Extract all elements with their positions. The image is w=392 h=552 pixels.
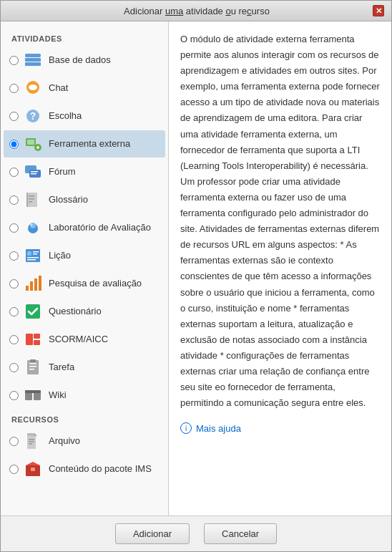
radio-forum[interactable] (9, 168, 19, 177)
add-button[interactable]: Adicionar (115, 523, 190, 544)
svg-rect-35 (34, 334, 40, 339)
svg-rect-53 (31, 468, 35, 471)
svg-rect-9 (27, 140, 34, 145)
database-icon (23, 50, 43, 70)
list-item[interactable]: Wiki (4, 382, 165, 409)
atividades-section-header: ATIVIDADES (1, 29, 168, 46)
svg-rect-29 (26, 286, 29, 291)
list-item[interactable]: Base de dados (4, 47, 165, 74)
svg-rect-39 (29, 366, 36, 367)
file-icon (23, 431, 43, 451)
title-bar: Adicionar uma atividade ou recurso ✕ (1, 1, 391, 21)
conteudo-pacote-label: Conteúdo do pacote IMS (49, 463, 152, 475)
radio-scorm[interactable] (9, 335, 19, 344)
glossario-label: Glossário (49, 194, 88, 206)
wiki-icon (23, 385, 43, 405)
radio-conteudo-pacote[interactable] (9, 465, 19, 474)
pesquisa-avaliacao-label: Pesquisa de avaliação (49, 278, 142, 290)
svg-rect-44 (25, 390, 41, 393)
radio-glossario[interactable] (9, 195, 19, 205)
list-item[interactable]: ? Escolha (4, 102, 165, 130)
list-item[interactable]: Arquivo (4, 427, 165, 455)
radio-tarefa[interactable] (9, 363, 19, 372)
info-icon: i (180, 422, 192, 434)
package-icon (23, 459, 43, 479)
svg-point-4 (29, 84, 37, 90)
svg-rect-36 (34, 340, 40, 345)
list-item[interactable]: Chat (4, 74, 165, 102)
svg-rect-47 (27, 433, 34, 436)
svg-rect-1 (25, 58, 41, 62)
radio-ferramenta-externa[interactable] (9, 140, 19, 149)
list-item[interactable]: Questionário (4, 298, 165, 325)
radio-arquivo[interactable] (9, 437, 19, 446)
right-panel: O módulo de atividade externa ferramenta… (169, 21, 391, 515)
list-item[interactable]: SCORM/AICC (4, 326, 165, 353)
svg-rect-13 (31, 171, 38, 173)
list-item[interactable]: Lição (4, 242, 165, 269)
forum-icon (23, 162, 43, 182)
svg-rect-24 (27, 251, 31, 256)
wiki-label: Wiki (49, 389, 67, 402)
tarefa-label: Tarefa (49, 362, 74, 374)
lab-icon (23, 218, 43, 238)
svg-marker-52 (26, 462, 40, 465)
svg-point-22 (31, 224, 33, 226)
scorm-icon (23, 329, 43, 349)
list-item[interactable]: Glossário (4, 186, 165, 213)
svg-rect-41 (30, 359, 36, 362)
svg-rect-17 (29, 195, 34, 197)
svg-rect-34 (26, 334, 33, 345)
forum-label: Fórum (49, 166, 76, 178)
radio-questionario[interactable] (9, 307, 19, 316)
svg-rect-2 (25, 62, 41, 66)
svg-rect-0 (25, 54, 41, 57)
svg-rect-27 (27, 257, 39, 258)
questionario-label: Questionário (49, 306, 102, 318)
lab-avaliacao-label: Laboratório de Avaliação (49, 222, 151, 234)
cancel-button[interactable]: Cancelar (204, 523, 277, 544)
external-tool-icon (23, 134, 43, 154)
description-text: O módulo de atividade externa ferramenta… (180, 32, 380, 411)
list-item[interactable]: Pesquisa de avaliação (4, 270, 165, 297)
svg-rect-18 (29, 198, 34, 200)
svg-rect-38 (29, 363, 36, 364)
base-dados-label: Base de dados (49, 54, 111, 67)
radio-escolha[interactable] (9, 112, 19, 121)
ferramenta-externa-label: Ferramenta externa (49, 138, 130, 150)
radio-licao[interactable] (9, 251, 19, 261)
svg-rect-25 (33, 251, 39, 253)
svg-rect-32 (39, 276, 41, 291)
radio-pesquisa[interactable] (9, 279, 19, 289)
scorm-label: SCORM/AICC (49, 334, 108, 346)
radio-lab-avaliacao[interactable] (9, 223, 19, 233)
svg-rect-30 (30, 281, 33, 291)
list-item[interactable]: Laboratório de Avaliação (4, 214, 165, 241)
recursos-section-header: RECURSOS (1, 410, 168, 427)
list-item[interactable]: Conteúdo do pacote IMS (4, 455, 165, 483)
left-panel: ATIVIDADES Base de dados (1, 21, 169, 515)
dialog-title: Adicionar uma atividade ou recurso (21, 6, 373, 16)
svg-rect-50 (29, 443, 32, 445)
svg-rect-16 (28, 193, 37, 207)
svg-rect-48 (29, 439, 34, 440)
list-item[interactable]: Tarefa (4, 354, 165, 381)
chat-icon (23, 78, 43, 98)
quiz-icon (23, 301, 43, 321)
radio-wiki[interactable] (9, 391, 19, 400)
arquivo-label: Arquivo (49, 435, 80, 447)
more-help-label: Mais ajuda (196, 423, 241, 434)
glossary-icon (23, 190, 43, 210)
svg-rect-14 (31, 173, 36, 175)
svg-rect-26 (33, 253, 37, 255)
more-help-link[interactable]: i Mais ajuda (180, 422, 380, 434)
svg-rect-40 (29, 369, 34, 370)
lesson-icon (23, 246, 43, 266)
list-item-ferramenta-externa[interactable]: Ferramenta externa (4, 130, 165, 158)
svg-rect-28 (27, 259, 36, 261)
radio-base-dados[interactable] (9, 56, 19, 65)
chat-label: Chat (49, 82, 68, 95)
radio-chat[interactable] (9, 84, 19, 93)
list-item[interactable]: Fórum (4, 158, 165, 185)
close-button[interactable]: ✕ (373, 5, 384, 16)
